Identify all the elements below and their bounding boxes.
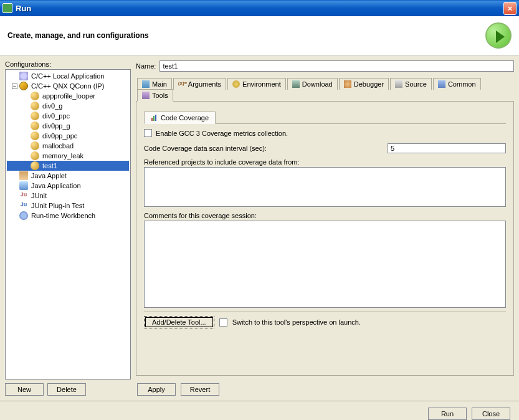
tree-item[interactable]: −C/C++ QNX QConn (IP): [7, 81, 129, 91]
tree-item[interactable]: div0_ppc: [7, 111, 129, 121]
tree-item-label: div0pp_g: [41, 122, 72, 130]
tree-item-label: div0_g: [41, 102, 64, 110]
config-type-icon: [31, 141, 39, 150]
tree-item-label: test1: [41, 162, 59, 169]
tab-label: Source: [405, 80, 427, 88]
close-button[interactable]: Close: [472, 408, 510, 420]
config-type-icon: Ju: [19, 191, 28, 200]
revert-button[interactable]: Revert: [181, 383, 219, 396]
subtab-code-coverage[interactable]: Code Coverage: [144, 112, 216, 124]
tree-item[interactable]: div0pp_ppc: [7, 131, 129, 141]
close-icon[interactable]: ×: [503, 2, 517, 15]
tree-item-label: div0pp_ppc: [41, 132, 79, 140]
subtab-label: Code Coverage: [161, 114, 209, 122]
tool-subtabs: Code Coverage: [144, 112, 506, 124]
tree-item[interactable]: C/C++ Local Application: [7, 71, 129, 81]
run-button[interactable]: Run: [428, 408, 467, 420]
tab-tools[interactable]: Tools: [137, 89, 173, 102]
enable-gcc3-label: Enable GCC 3 Coverage metrics collection…: [156, 130, 288, 137]
header: Create, manage, and run configurations: [0, 16, 519, 55]
tab-common[interactable]: Common: [433, 78, 481, 90]
tree-item-label: JUnit: [30, 192, 48, 199]
left-panel: Configurations: C/C++ Local Application−…: [5, 60, 131, 396]
tree-item-label: appprofile_looper: [41, 92, 97, 100]
config-type-icon: [31, 102, 39, 110]
tools-icon: [142, 92, 150, 99]
config-type-icon: [19, 82, 28, 90]
delete-button[interactable]: Delete: [47, 383, 86, 396]
configurations-label: Configurations:: [5, 60, 131, 68]
tree-item[interactable]: JuJUnit: [7, 191, 129, 201]
tree-item-label: Java Application: [30, 182, 82, 189]
tree-item[interactable]: div0pp_g: [7, 121, 129, 131]
tab-debugger[interactable]: Debugger: [339, 78, 389, 90]
interval-row: Code Coverage data scan interval (sec):: [144, 143, 506, 153]
config-type-icon: [19, 72, 28, 80]
tree-item-label: C/C++ QNX QConn (IP): [30, 82, 105, 90]
window-title: Run: [16, 4, 503, 13]
arguments-icon: (x)=: [178, 80, 186, 88]
comments-textarea[interactable]: [144, 221, 506, 308]
tab-environment[interactable]: Environment: [227, 78, 286, 90]
footer: Run Close: [0, 401, 519, 420]
config-type-icon: [31, 122, 39, 130]
config-type-icon: [31, 131, 39, 140]
tab-arguments[interactable]: (x)=Arguments: [173, 78, 226, 90]
svg-rect-2: [155, 115, 156, 121]
tree-item[interactable]: memory_leak: [7, 151, 129, 161]
main-area: Configurations: C/C++ Local Application−…: [0, 55, 519, 401]
left-bottom-buttons: New Delete: [5, 383, 131, 396]
tree-item-label: div0_ppc: [41, 112, 71, 120]
tool-bottom-row: Add/Delete Tool... Switch to this tool's…: [144, 312, 506, 328]
download-icon: [292, 80, 300, 88]
tab-source[interactable]: Source: [390, 78, 432, 90]
config-type-icon: [19, 171, 28, 180]
name-label: Name:: [136, 62, 156, 70]
tree-item[interactable]: mallocbad: [7, 141, 129, 151]
tree-item[interactable]: appprofile_looper: [7, 91, 129, 101]
debugger-icon: [344, 80, 351, 88]
tab-label: Common: [448, 80, 476, 88]
name-row: Name:: [136, 60, 514, 72]
right-panel: Name: Main(x)=ArgumentsEnvironmentDownlo…: [136, 60, 514, 396]
tree-item[interactable]: div0_g: [7, 101, 129, 111]
enable-gcc3-row: Enable GCC 3 Coverage metrics collection…: [144, 129, 506, 137]
interval-input[interactable]: [388, 143, 506, 153]
svg-rect-1: [153, 116, 155, 121]
config-type-icon: [31, 161, 39, 170]
tree-item[interactable]: Run-time Workbench: [7, 211, 129, 221]
config-tabs: Main(x)=ArgumentsEnvironmentDownloadDebu…: [136, 78, 514, 102]
name-input[interactable]: [160, 60, 514, 72]
refs-label: Referenced projects to include coverage …: [144, 158, 506, 166]
svg-rect-0: [151, 118, 153, 121]
right-bottom-buttons: Apply Revert: [137, 383, 219, 396]
tree-item[interactable]: test1: [7, 161, 129, 171]
refs-textarea[interactable]: [144, 167, 506, 207]
source-icon: [395, 80, 402, 88]
add-delete-tool-button[interactable]: Add/Delete Tool...: [144, 316, 214, 328]
main-icon: [142, 80, 150, 88]
run-play-icon: [485, 22, 512, 49]
config-type-icon: [19, 211, 28, 220]
apply-button[interactable]: Apply: [137, 383, 176, 396]
tree-item[interactable]: JuJUnit Plug-in Test: [7, 201, 129, 211]
tab-label: Main: [152, 80, 167, 88]
tab-main[interactable]: Main: [137, 78, 172, 90]
tree-item[interactable]: Java Application: [7, 181, 129, 191]
new-button[interactable]: New: [5, 383, 44, 396]
tab-download[interactable]: Download: [287, 78, 338, 90]
enable-gcc3-checkbox[interactable]: [144, 129, 152, 137]
bottom-buttons-row: Apply Revert: [136, 379, 514, 396]
common-icon: [438, 80, 445, 88]
collapse-icon[interactable]: −: [12, 84, 17, 89]
tab-label: Environment: [242, 80, 281, 88]
header-subtitle: Create, manage, and run configurations: [7, 31, 485, 40]
tab-label: Debugger: [354, 80, 384, 88]
bar-chart-icon: [151, 114, 158, 122]
switch-perspective-checkbox[interactable]: [219, 318, 227, 327]
configurations-tree[interactable]: C/C++ Local Application−C/C++ QNX QConn …: [5, 69, 131, 379]
tab-label: Arguments: [188, 80, 221, 88]
config-type-icon: [31, 112, 39, 120]
tree-item[interactable]: Java Applet: [7, 171, 129, 181]
tree-item-label: Java Applet: [30, 172, 68, 179]
